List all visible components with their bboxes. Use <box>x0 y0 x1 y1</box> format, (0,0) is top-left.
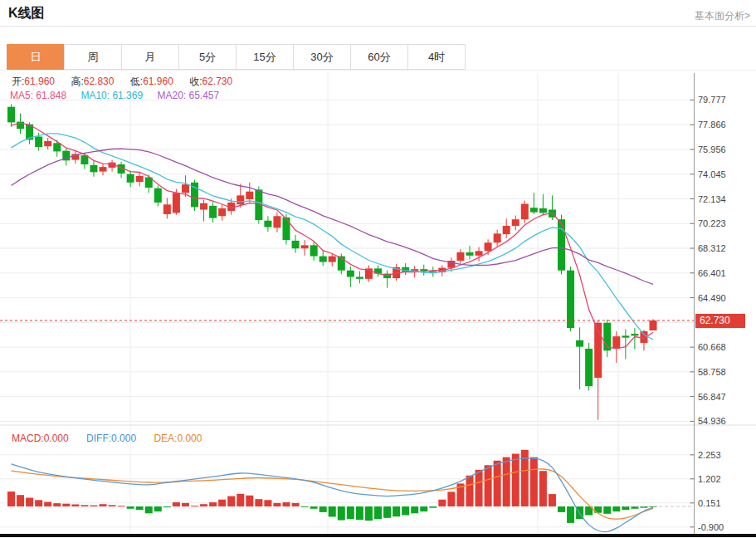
svg-text:66.401: 66.401 <box>698 268 726 278</box>
svg-text:2.253: 2.253 <box>698 450 721 460</box>
svg-text:1.202: 1.202 <box>698 474 721 484</box>
page-title: K线图 <box>8 5 45 22</box>
svg-text:75.956: 75.956 <box>698 144 726 154</box>
current-price-badge: 62.730 <box>695 314 745 328</box>
svg-text:56.847: 56.847 <box>698 392 726 402</box>
svg-text:79.777: 79.777 <box>698 95 726 105</box>
svg-text:68.312: 68.312 <box>698 243 726 253</box>
chart-area: 79.77777.86675.95674.04572.13470.22368.3… <box>0 73 756 538</box>
tab-bar: 日周月5分15分30分60分4时 <box>7 44 466 70</box>
tab-月[interactable]: 月 <box>121 44 179 70</box>
svg-text:74.045: 74.045 <box>698 169 726 179</box>
chart-canvas[interactable]: 79.77777.86675.95674.04572.13470.22368.3… <box>0 73 756 538</box>
tab-日[interactable]: 日 <box>7 44 65 70</box>
svg-text:72.134: 72.134 <box>698 194 726 204</box>
svg-text:60.668: 60.668 <box>698 342 726 352</box>
tab-4时[interactable]: 4时 <box>407 44 466 70</box>
kline-page: K线图 基本面分析> 日周月5分15分30分60分4时 79.77777.866… <box>0 0 756 538</box>
svg-text:77.866: 77.866 <box>698 120 726 130</box>
tab-30分[interactable]: 30分 <box>293 44 351 70</box>
tab-underline <box>0 70 756 71</box>
svg-text:0.151: 0.151 <box>698 498 721 508</box>
fundamental-analysis-link[interactable]: 基本面分析> <box>695 9 750 23</box>
svg-text:64.490: 64.490 <box>698 293 726 303</box>
header-divider <box>0 26 756 27</box>
tab-周[interactable]: 周 <box>64 44 122 70</box>
svg-text:70.223: 70.223 <box>698 218 726 228</box>
svg-text:58.758: 58.758 <box>698 367 726 377</box>
tab-5分[interactable]: 5分 <box>178 44 237 70</box>
svg-text:-0.900: -0.900 <box>698 522 724 532</box>
tab-15分[interactable]: 15分 <box>236 44 294 70</box>
tab-60分[interactable]: 60分 <box>350 44 408 70</box>
